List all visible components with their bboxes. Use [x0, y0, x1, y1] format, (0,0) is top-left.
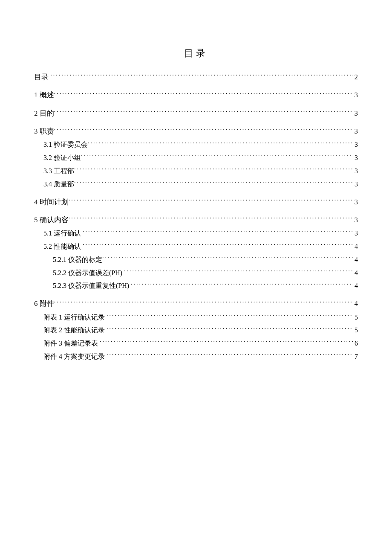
toc-entry: 5.1 运行确认 3 — [34, 228, 358, 239]
toc-page: 5 — [353, 312, 358, 323]
toc-leader — [107, 325, 353, 332]
toc-label: 5.2.2 仪器示值误差(PH) — [53, 268, 122, 279]
toc-page: 4 — [353, 268, 358, 279]
toc-page: 4 — [353, 255, 358, 265]
toc-leader — [69, 197, 353, 204]
toc-leader — [88, 140, 353, 147]
toc-label: 5.2 性能确认 — [43, 241, 81, 252]
toc-label: 4 时间计划 — [34, 197, 69, 208]
toc-leader — [107, 352, 353, 359]
toc-label: 3.2 验证小组 — [43, 153, 81, 163]
toc-label: 2 目的 — [34, 108, 54, 119]
toc-page: 3 — [353, 215, 358, 226]
toc-leader — [74, 166, 353, 173]
toc-label: 3 职责 — [34, 126, 54, 137]
toc-entry: 附表 2 性能确认记录 5 — [34, 325, 358, 336]
toc-leader — [69, 215, 353, 222]
toc-page: 3 — [353, 179, 358, 190]
toc-entry: 3 职责 3 — [34, 126, 358, 137]
toc-leader — [50, 72, 352, 79]
toc-page: 3 — [353, 90, 358, 101]
toc-entry: 目录 2 — [34, 72, 358, 83]
toc-entry: 5.2.2 仪器示值误差(PH) 4 — [34, 268, 358, 279]
toc-page: 2 — [353, 72, 358, 83]
toc-label: 5 确认内容 — [34, 215, 69, 226]
toc-leader — [81, 153, 353, 160]
toc-entry: 4 时间计划 3 — [34, 197, 358, 208]
toc-leader — [54, 126, 353, 134]
toc-page: 4 — [353, 298, 358, 309]
toc-leader — [74, 180, 353, 186]
toc-entry: 3.2 验证小组 3 — [34, 153, 358, 163]
toc-entry: 6 附件 4 — [34, 298, 358, 309]
toc-page: 3 — [353, 166, 358, 177]
toc-entry: 3.4 质量部 3 — [34, 179, 358, 190]
toc-page: 6 — [353, 338, 358, 349]
toc-page: 4 — [353, 281, 358, 291]
toc-entry: 附表 1 运行确认记录 5 — [34, 312, 358, 323]
toc-label: 3.1 验证委员会 — [43, 139, 88, 150]
toc-entry: 3.1 验证委员会 3 — [34, 139, 358, 150]
toc-leader — [54, 299, 353, 306]
toc-page: 3 — [353, 108, 358, 119]
toc-leader — [102, 255, 353, 262]
toc-label: 附件 3 偏差记录表 — [43, 338, 98, 349]
toc-label: 1 概述 — [34, 90, 54, 101]
toc-page: 3 — [353, 197, 358, 208]
toc-entry: 2 目的 3 — [34, 108, 358, 119]
toc-label: 5.2.1 仪器的标定 — [53, 255, 102, 265]
toc-leader — [83, 242, 353, 249]
toc-label: 3.3 工程部 — [43, 166, 74, 177]
toc-entry: 5.2 性能确认 4 — [34, 241, 358, 252]
toc-entry: 附件 3 偏差记录表 6 — [34, 338, 358, 349]
toc-label: 5.1 运行确认 — [43, 228, 81, 239]
toc-leader — [83, 229, 353, 235]
toc-leader — [100, 339, 353, 346]
toc-page: 3 — [353, 153, 358, 163]
toc-entry: 5.2.3 仪器示值重复性(PH) 4 — [34, 281, 358, 291]
toc-label: 目录 — [34, 72, 49, 83]
toc-leader — [107, 313, 353, 320]
toc-page: 3 — [353, 126, 358, 137]
toc-leader — [54, 90, 353, 97]
toc-entry: 3.3 工程部 3 — [34, 166, 358, 177]
toc-entry: 5.2.1 仪器的标定 4 — [34, 255, 358, 265]
toc-leader — [54, 108, 353, 116]
toc-label: 附件 4 方案变更记录 — [43, 352, 105, 362]
toc-page: 5 — [353, 325, 358, 336]
toc-label: 附表 2 性能确认记录 — [43, 325, 105, 336]
toc-title: 目录 — [34, 47, 358, 60]
toc-label: 5.2.3 仪器示值重复性(PH) — [53, 281, 129, 291]
toc-page: 3 — [353, 139, 358, 150]
toc-page: 3 — [353, 228, 358, 239]
toc-entry: 1 概述 3 — [34, 90, 358, 101]
toc-page: 4 — [353, 241, 358, 252]
toc-label: 附表 1 运行确认记录 — [43, 312, 105, 323]
toc-entry: 附件 4 方案变更记录 7 — [34, 352, 358, 362]
document-page: 目录 目录 2 1 概述 3 2 目的 3 3 职责 3 3.1 验证委员会 3 — [0, 0, 392, 555]
toc-label: 6 附件 — [34, 298, 54, 309]
toc-label: 3.4 质量部 — [43, 179, 74, 190]
toc-page: 7 — [353, 352, 358, 362]
toc-entry: 5 确认内容 3 — [34, 215, 358, 226]
toc-leader — [131, 281, 353, 288]
toc-list: 目录 2 1 概述 3 2 目的 3 3 职责 3 3.1 验证委员会 3 3.… — [34, 72, 358, 362]
toc-leader — [124, 268, 353, 275]
